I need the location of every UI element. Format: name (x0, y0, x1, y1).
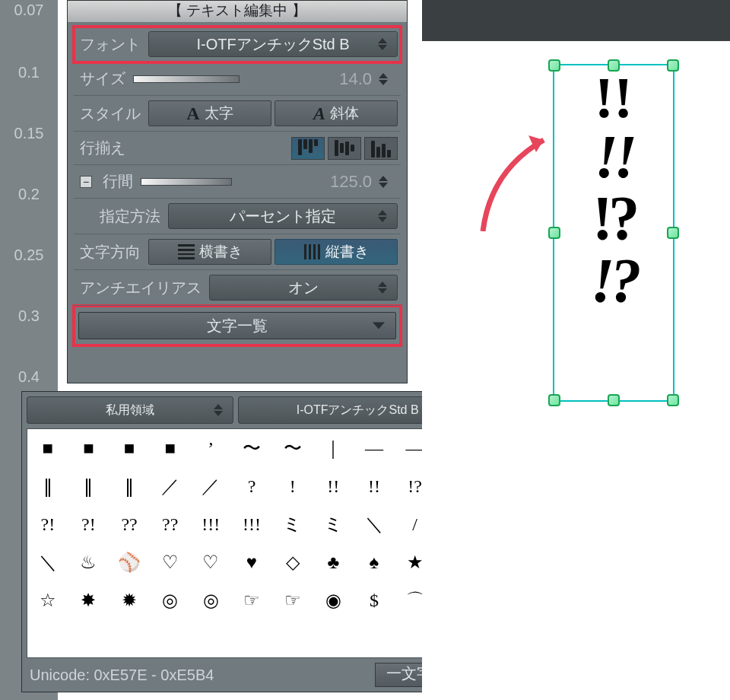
antialias-dropdown[interactable]: オン (209, 275, 398, 301)
character-list-button[interactable]: 文字一覧 (78, 312, 396, 339)
stepper-icon[interactable] (378, 275, 395, 300)
leading-method-label: 指定方法 (100, 206, 160, 227)
glyph-cell[interactable]: ?? (109, 505, 150, 543)
bold-icon: A (186, 103, 199, 124)
size-stepper[interactable] (379, 73, 395, 85)
glyph-cell[interactable]: ♨ (68, 543, 110, 581)
font-label: フォント (80, 34, 141, 55)
antialias-row: アンチエイリアス オン (74, 270, 401, 306)
glyph-cell[interactable]: ／ (150, 467, 191, 505)
font-row: フォント I-OTFアンチックStd B (74, 27, 401, 62)
glyph-cell[interactable]: ミ (272, 505, 313, 543)
resize-handle[interactable] (548, 227, 560, 239)
align-center-button[interactable] (328, 137, 361, 160)
font-value: I-OTFアンチックStd B (196, 34, 349, 55)
resize-handle[interactable] (548, 59, 560, 72)
leading-stepper[interactable] (379, 176, 395, 188)
glyph-cell[interactable]: ◇ (272, 543, 313, 581)
stepper-icon[interactable] (378, 204, 395, 228)
charmap-font-value: I-OTFアンチックStd B (297, 402, 419, 418)
ruler-tick: 0.1 (0, 64, 58, 81)
glyph-cell[interactable]: ?! (27, 505, 68, 543)
glyph-cell[interactable]: !!! (231, 505, 272, 543)
unicode-range-label: Unicode: 0xE57E - 0xE5B4 (30, 667, 214, 684)
glyph-cell[interactable]: ＼ (354, 505, 395, 543)
glyph-cell[interactable]: 〜 (231, 429, 272, 467)
character-map-panel: 私用領域 I-OTFアンチックStd B ■■■■’〜〜｜———‖‖‖／／?!!… (21, 391, 482, 692)
ruler-tick: 0.2 (0, 186, 58, 203)
vertical-writing-button[interactable]: 縦書き (275, 239, 398, 265)
stepper-icon[interactable] (214, 397, 230, 423)
glyph-cell[interactable]: ■ (68, 429, 110, 467)
glyph-cell[interactable]: ☞ (272, 581, 313, 619)
resize-handle[interactable] (548, 394, 560, 406)
stepper-icon[interactable] (378, 32, 395, 56)
glyph-cell[interactable]: ■ (150, 429, 191, 467)
glyph-cell[interactable]: ／ (191, 467, 232, 505)
glyph-cell[interactable]: ?! (68, 505, 110, 543)
glyph-cell[interactable]: ’ (191, 429, 232, 467)
glyph-cell[interactable]: ■ (27, 429, 68, 467)
glyph-cell[interactable]: ✸ (68, 581, 110, 619)
resize-handle[interactable] (608, 59, 620, 72)
glyph-cell[interactable]: !!! (191, 505, 232, 543)
resize-handle[interactable] (667, 394, 679, 406)
leading-row: − 行間 125.0 (74, 165, 401, 199)
text-edit-panel: 【 テキスト編集中 】 フォント I-OTFアンチックStd B サイズ 14.… (67, 0, 408, 383)
glyph-cell[interactable]: ?? (150, 505, 191, 543)
unicode-area-dropdown[interactable]: 私用領域 (27, 396, 233, 424)
italic-button[interactable]: A 斜体 (275, 100, 398, 126)
leading-method-row: 指定方法 パーセント指定 (74, 199, 401, 234)
glyph-cell[interactable]: ◉ (313, 581, 354, 619)
glyph-cell[interactable]: ! (272, 467, 313, 505)
align-top-button[interactable] (291, 137, 325, 160)
leading-method-dropdown[interactable]: パーセント指定 (168, 203, 398, 229)
glyph-cell[interactable]: ♡ (150, 543, 191, 581)
align-bottom-button[interactable] (364, 137, 398, 160)
glyph-cell[interactable]: ♡ (191, 543, 232, 581)
ruler-tick: 0.4 (0, 368, 58, 386)
glyph-cell[interactable]: ? (231, 467, 272, 505)
resize-handle[interactable] (667, 227, 679, 239)
ruler-tick: 0.15 (0, 125, 58, 142)
glyph-cell[interactable]: ‖ (109, 467, 150, 505)
glyph-cell[interactable]: ⚾ (109, 543, 150, 581)
annotation-arrow-icon (475, 125, 559, 231)
glyph-cell[interactable]: ＼ (27, 543, 68, 581)
glyph-cell[interactable]: ■ (109, 429, 150, 467)
italic-icon: A (313, 103, 325, 124)
glyph-cell[interactable]: ‖ (27, 467, 68, 505)
glyph-cell[interactable]: ｜ (313, 429, 354, 467)
size-label: サイズ (80, 68, 125, 89)
glyph-cell[interactable]: !! (313, 467, 354, 505)
resize-handle[interactable] (608, 394, 620, 406)
leading-slider[interactable] (141, 178, 232, 186)
size-slider[interactable] (133, 75, 240, 83)
glyph-cell[interactable]: ◎ (150, 581, 191, 619)
collapse-toggle[interactable]: − (80, 176, 92, 188)
horizontal-writing-button[interactable]: 横書き (148, 239, 271, 265)
glyph-cell[interactable]: 〜 (272, 429, 313, 467)
glyph-cell[interactable]: ミ (313, 505, 354, 543)
glyph-cell[interactable]: $ (354, 581, 395, 619)
style-row: スタイル A 太字 A 斜体 (74, 96, 401, 132)
glyph-cell[interactable]: ☞ (231, 581, 272, 619)
resize-handle[interactable] (667, 59, 679, 72)
glyph-cell[interactable]: — (354, 429, 395, 467)
glyph-cell[interactable]: ♠ (354, 543, 395, 581)
glyph-cell[interactable]: ◎ (191, 581, 232, 619)
direction-label: 文字方向 (80, 242, 141, 262)
font-dropdown[interactable]: I-OTFアンチックStd B (148, 31, 398, 57)
glyph-cell[interactable]: ☆ (27, 581, 68, 619)
size-row: サイズ 14.0 (74, 62, 401, 96)
text-selection-box[interactable]: !! !! !? !? (553, 64, 674, 402)
glyph-cell[interactable]: ♣ (313, 543, 354, 581)
glyph-cell[interactable]: ♥ (231, 543, 272, 581)
glyph-cell[interactable]: !! (354, 467, 395, 505)
charlist-row: 文字一覧 (74, 306, 401, 345)
panel-title: 【 テキスト編集中 】 (68, 1, 407, 22)
bold-button[interactable]: A 太字 (148, 100, 271, 126)
glyph-cell[interactable]: ‖ (68, 467, 110, 505)
glyph-cell[interactable]: ✹ (109, 581, 150, 619)
canvas-area[interactable]: !! !! !? !? ✕ (422, 41, 730, 700)
